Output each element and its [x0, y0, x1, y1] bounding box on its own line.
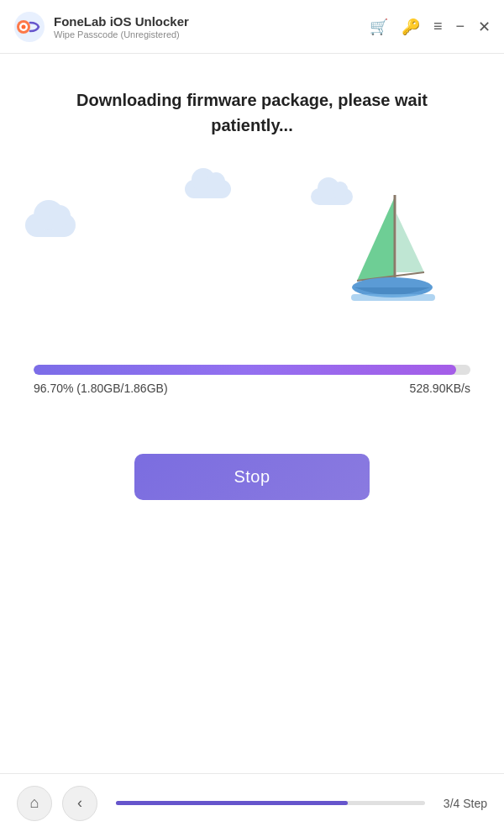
cloud-left-icon [25, 213, 76, 237]
download-title: Downloading firmware package, please wai… [34, 87, 470, 138]
steps-progress-track [116, 801, 425, 805]
home-icon: ⌂ [30, 794, 39, 812]
sailboat-icon [344, 188, 445, 314]
progress-bar-fill [34, 365, 456, 375]
title-text: FoneLab iOS Unlocker Wipe Passcode (Unre… [54, 14, 189, 39]
bottom-bar: ⌂ ‹ 3/4 Step [0, 773, 504, 832]
title-controls: 🛒 🔑 ≡ − ✕ [370, 18, 491, 36]
home-button[interactable]: ⌂ [17, 786, 52, 821]
minimize-icon[interactable]: − [455, 18, 465, 35]
stop-button[interactable]: Stop [134, 454, 370, 500]
close-icon[interactable]: ✕ [478, 18, 491, 36]
title-bar: FoneLab iOS Unlocker Wipe Passcode (Unre… [0, 0, 504, 54]
progress-left-label: 96.70% (1.80GB/1.86GB) [34, 382, 168, 395]
progress-info: 96.70% (1.80GB/1.86GB) 528.90KB/s [34, 382, 470, 395]
cloud-center-icon [185, 180, 231, 198]
scene-container [34, 163, 470, 356]
step-label: 3/4 Step [444, 797, 487, 810]
steps-progress-fill [116, 801, 348, 805]
menu-icon[interactable]: ≡ [433, 18, 443, 35]
progress-right-label: 528.90KB/s [410, 382, 470, 395]
key-icon[interactable]: 🔑 [402, 18, 420, 36]
svg-rect-9 [351, 294, 435, 301]
progress-section: 96.70% (1.80GB/1.86GB) 528.90KB/s [34, 365, 470, 395]
title-left: FoneLab iOS Unlocker Wipe Passcode (Unre… [13, 11, 189, 43]
svg-marker-5 [396, 213, 424, 272]
main-content: Downloading firmware package, please wai… [0, 54, 504, 773]
back-button[interactable]: ‹ [62, 786, 97, 821]
progress-bar-track [34, 365, 470, 375]
cart-icon[interactable]: 🛒 [370, 18, 388, 36]
svg-point-3 [22, 24, 26, 29]
app-logo-icon [13, 11, 45, 43]
app-subtitle: Wipe Passcode (Unregistered) [54, 29, 189, 39]
app-name: FoneLab iOS Unlocker [54, 14, 189, 29]
back-icon: ‹ [77, 794, 82, 812]
svg-marker-4 [357, 197, 395, 281]
